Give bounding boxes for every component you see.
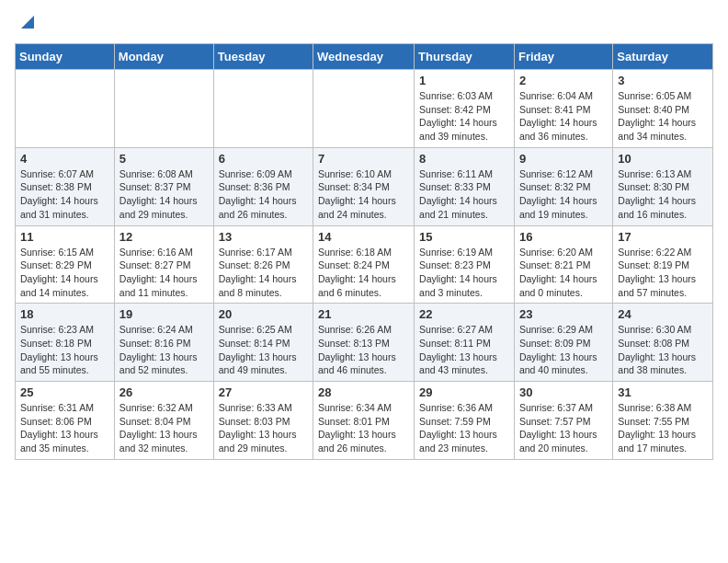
day-number: 13: [219, 230, 308, 244]
day-number: 25: [20, 385, 109, 399]
calendar-cell: 25Sunrise: 6:31 AM Sunset: 8:06 PM Dayli…: [16, 382, 115, 460]
calendar-cell: 3Sunrise: 6:05 AM Sunset: 8:40 PM Daylig…: [613, 70, 713, 148]
day-info: Sunrise: 6:26 AM Sunset: 8:13 PM Dayligh…: [318, 323, 409, 377]
logo: [15, 15, 38, 32]
day-info: Sunrise: 6:20 AM Sunset: 8:21 PM Dayligh…: [519, 246, 608, 300]
day-info: Sunrise: 6:19 AM Sunset: 8:23 PM Dayligh…: [419, 246, 509, 300]
day-info: Sunrise: 6:12 AM Sunset: 8:32 PM Dayligh…: [519, 167, 608, 222]
day-info: Sunrise: 6:36 AM Sunset: 7:59 PM Dayligh…: [419, 401, 509, 455]
day-info: Sunrise: 6:17 AM Sunset: 8:26 PM Dayligh…: [219, 246, 308, 300]
day-number: 23: [519, 307, 608, 321]
calendar-cell: 13Sunrise: 6:17 AM Sunset: 8:26 PM Dayli…: [213, 225, 313, 304]
weekday-header-wednesday: Wednesday: [313, 44, 415, 70]
day-number: 22: [419, 307, 509, 321]
day-number: 26: [119, 385, 209, 399]
day-number: 30: [519, 385, 608, 399]
calendar-cell: 30Sunrise: 6:37 AM Sunset: 7:57 PM Dayli…: [514, 382, 612, 460]
day-number: 18: [20, 307, 109, 321]
day-number: 8: [419, 152, 509, 166]
day-info: Sunrise: 6:15 AM Sunset: 8:29 PM Dayligh…: [20, 246, 109, 300]
calendar-cell: [16, 70, 115, 148]
day-number: 11: [20, 230, 109, 244]
calendar-cell: 14Sunrise: 6:18 AM Sunset: 8:24 PM Dayli…: [313, 225, 415, 304]
calendar-cell: 23Sunrise: 6:29 AM Sunset: 8:09 PM Dayli…: [514, 304, 612, 382]
calendar-cell: 26Sunrise: 6:32 AM Sunset: 8:04 PM Dayli…: [114, 382, 213, 460]
svg-marker-0: [21, 16, 34, 29]
calendar-cell: 20Sunrise: 6:25 AM Sunset: 8:14 PM Dayli…: [213, 304, 313, 382]
day-number: 17: [618, 230, 708, 244]
day-info: Sunrise: 6:30 AM Sunset: 8:08 PM Dayligh…: [618, 323, 708, 377]
day-number: 16: [519, 230, 608, 244]
calendar-cell: 17Sunrise: 6:22 AM Sunset: 8:19 PM Dayli…: [613, 225, 713, 304]
calendar-cell: 29Sunrise: 6:36 AM Sunset: 7:59 PM Dayli…: [415, 382, 515, 460]
calendar-cell: 28Sunrise: 6:34 AM Sunset: 8:01 PM Dayli…: [313, 382, 415, 460]
day-number: 19: [119, 307, 209, 321]
weekday-header-thursday: Thursday: [415, 44, 515, 70]
day-info: Sunrise: 6:08 AM Sunset: 8:37 PM Dayligh…: [119, 167, 209, 222]
day-info: Sunrise: 6:33 AM Sunset: 8:03 PM Dayligh…: [219, 401, 308, 455]
day-number: 14: [318, 230, 409, 244]
day-info: Sunrise: 6:24 AM Sunset: 8:16 PM Dayligh…: [119, 323, 209, 377]
page-header: [15, 15, 713, 32]
logo-icon: [17, 12, 38, 32]
day-info: Sunrise: 6:22 AM Sunset: 8:19 PM Dayligh…: [618, 246, 708, 300]
day-info: Sunrise: 6:29 AM Sunset: 8:09 PM Dayligh…: [519, 323, 608, 377]
calendar-cell: 1Sunrise: 6:03 AM Sunset: 8:42 PM Daylig…: [415, 70, 515, 148]
day-number: 1: [419, 74, 509, 87]
day-number: 9: [519, 152, 608, 166]
week-row-1: 1Sunrise: 6:03 AM Sunset: 8:42 PM Daylig…: [16, 70, 713, 148]
calendar-cell: 27Sunrise: 6:33 AM Sunset: 8:03 PM Dayli…: [213, 382, 313, 460]
day-number: 28: [318, 385, 409, 399]
calendar-cell: 5Sunrise: 6:08 AM Sunset: 8:37 PM Daylig…: [114, 147, 213, 225]
day-info: Sunrise: 6:13 AM Sunset: 8:30 PM Dayligh…: [618, 167, 708, 222]
week-row-2: 4Sunrise: 6:07 AM Sunset: 8:38 PM Daylig…: [16, 147, 713, 225]
day-info: Sunrise: 6:27 AM Sunset: 8:11 PM Dayligh…: [419, 323, 509, 377]
calendar-cell: 18Sunrise: 6:23 AM Sunset: 8:18 PM Dayli…: [16, 304, 115, 382]
weekday-header-tuesday: Tuesday: [213, 44, 313, 70]
day-number: 3: [618, 74, 708, 87]
calendar-cell: 9Sunrise: 6:12 AM Sunset: 8:32 PM Daylig…: [514, 147, 612, 225]
calendar-cell: 7Sunrise: 6:10 AM Sunset: 8:34 PM Daylig…: [313, 147, 415, 225]
week-row-3: 11Sunrise: 6:15 AM Sunset: 8:29 PM Dayli…: [16, 225, 713, 304]
week-row-5: 25Sunrise: 6:31 AM Sunset: 8:06 PM Dayli…: [16, 382, 713, 460]
calendar-cell: 24Sunrise: 6:30 AM Sunset: 8:08 PM Dayli…: [613, 304, 713, 382]
day-info: Sunrise: 6:07 AM Sunset: 8:38 PM Dayligh…: [20, 167, 109, 222]
weekday-header-friday: Friday: [514, 44, 612, 70]
calendar-cell: 16Sunrise: 6:20 AM Sunset: 8:21 PM Dayli…: [514, 225, 612, 304]
day-number: 5: [119, 152, 209, 166]
day-number: 31: [618, 385, 708, 399]
calendar-cell: [114, 70, 213, 148]
day-info: Sunrise: 6:11 AM Sunset: 8:33 PM Dayligh…: [419, 167, 509, 222]
day-info: Sunrise: 6:23 AM Sunset: 8:18 PM Dayligh…: [20, 323, 109, 377]
day-info: Sunrise: 6:05 AM Sunset: 8:40 PM Dayligh…: [618, 89, 708, 144]
day-info: Sunrise: 6:04 AM Sunset: 8:41 PM Dayligh…: [519, 89, 608, 144]
day-info: Sunrise: 6:16 AM Sunset: 8:27 PM Dayligh…: [119, 246, 209, 300]
day-info: Sunrise: 6:03 AM Sunset: 8:42 PM Dayligh…: [419, 89, 509, 144]
day-info: Sunrise: 6:34 AM Sunset: 8:01 PM Dayligh…: [318, 401, 409, 455]
weekday-header-sunday: Sunday: [16, 44, 115, 70]
day-number: 20: [219, 307, 308, 321]
day-info: Sunrise: 6:10 AM Sunset: 8:34 PM Dayligh…: [318, 167, 409, 222]
day-info: Sunrise: 6:38 AM Sunset: 7:55 PM Dayligh…: [618, 401, 708, 455]
day-number: 29: [419, 385, 509, 399]
day-number: 27: [219, 385, 308, 399]
weekday-header-row: SundayMondayTuesdayWednesdayThursdayFrid…: [16, 44, 713, 70]
day-number: 21: [318, 307, 409, 321]
weekday-header-monday: Monday: [114, 44, 213, 70]
calendar-cell: 31Sunrise: 6:38 AM Sunset: 7:55 PM Dayli…: [613, 382, 713, 460]
calendar-cell: [313, 70, 415, 148]
day-info: Sunrise: 6:09 AM Sunset: 8:36 PM Dayligh…: [219, 167, 308, 222]
calendar-cell: 8Sunrise: 6:11 AM Sunset: 8:33 PM Daylig…: [415, 147, 515, 225]
day-number: 24: [618, 307, 708, 321]
day-info: Sunrise: 6:31 AM Sunset: 8:06 PM Dayligh…: [20, 401, 109, 455]
calendar-cell: 10Sunrise: 6:13 AM Sunset: 8:30 PM Dayli…: [613, 147, 713, 225]
day-number: 15: [419, 230, 509, 244]
day-number: 10: [618, 152, 708, 166]
calendar-cell: 22Sunrise: 6:27 AM Sunset: 8:11 PM Dayli…: [415, 304, 515, 382]
day-number: 2: [519, 74, 608, 87]
calendar-cell: 19Sunrise: 6:24 AM Sunset: 8:16 PM Dayli…: [114, 304, 213, 382]
calendar-cell: 15Sunrise: 6:19 AM Sunset: 8:23 PM Dayli…: [415, 225, 515, 304]
day-info: Sunrise: 6:25 AM Sunset: 8:14 PM Dayligh…: [219, 323, 308, 377]
day-info: Sunrise: 6:37 AM Sunset: 7:57 PM Dayligh…: [519, 401, 608, 455]
calendar-table: SundayMondayTuesdayWednesdayThursdayFrid…: [15, 43, 713, 460]
